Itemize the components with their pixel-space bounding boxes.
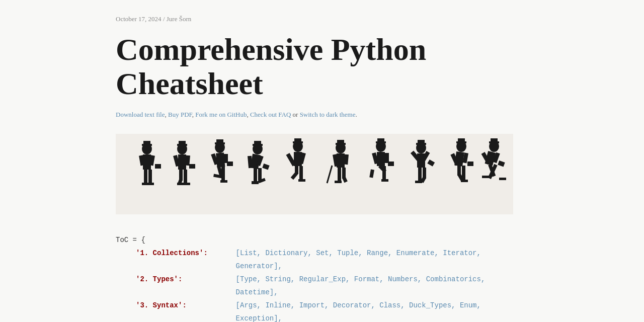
toc-key-3: '3. Syntax': <box>136 299 219 312</box>
svg-rect-42 <box>254 168 257 182</box>
ministry-image <box>116 134 513 214</box>
svg-rect-66 <box>335 181 342 183</box>
svg-rect-69 <box>377 138 384 142</box>
or-text: or <box>293 111 300 118</box>
svg-rect-23 <box>184 183 190 185</box>
pdf-link[interactable]: Buy PDF <box>168 111 192 118</box>
svg-rect-55 <box>298 179 305 182</box>
download-link[interactable]: Download text file <box>116 111 165 118</box>
svg-rect-0 <box>116 134 513 214</box>
svg-rect-3 <box>143 141 150 145</box>
svg-rect-43 <box>258 168 262 180</box>
svg-rect-11 <box>147 183 154 185</box>
meta-info: October 17, 2024 / Jure Šorn <box>116 15 528 23</box>
svg-rect-27 <box>216 153 225 168</box>
github-link[interactable]: Fork me on GitHub <box>195 111 247 118</box>
svg-rect-95 <box>467 162 473 166</box>
svg-rect-109 <box>482 176 490 178</box>
page-title: Comprehensive Python Cheatsheet <box>116 32 528 101</box>
svg-rect-15 <box>178 154 186 170</box>
toc-values-1: [List, Dictionary, Set, Tuple, Range, En… <box>236 247 528 273</box>
svg-rect-76 <box>382 166 386 180</box>
svg-rect-9 <box>148 170 152 184</box>
toc-entry-2: '2. Types': [Type, String, Regular_Exp, … <box>136 273 528 299</box>
toc-var: ToC = { <box>116 236 145 244</box>
toc-section: ToC = { '1. Collections': [List, Diction… <box>116 234 528 322</box>
svg-rect-99 <box>461 180 468 182</box>
svg-rect-18 <box>189 164 195 169</box>
meta-author: Jure Šorn <box>167 15 191 23</box>
svg-rect-102 <box>491 138 498 142</box>
svg-rect-37 <box>254 141 261 145</box>
svg-rect-85 <box>418 168 422 182</box>
svg-rect-91 <box>458 138 465 142</box>
toc-key-2: '2. Types': <box>136 273 219 286</box>
svg-rect-19 <box>179 170 183 181</box>
dark-theme-link[interactable]: Switch to dark theme <box>300 111 356 118</box>
svg-rect-8 <box>144 170 147 184</box>
faq-link[interactable]: Check out FAQ <box>250 111 291 118</box>
svg-rect-54 <box>299 166 303 180</box>
meta-date: October 17, 2024 <box>116 15 162 23</box>
svg-rect-86 <box>423 168 426 179</box>
svg-rect-14 <box>179 141 186 145</box>
svg-rect-48 <box>294 138 301 142</box>
svg-rect-88 <box>415 181 422 183</box>
svg-rect-63 <box>338 168 341 182</box>
svg-rect-45 <box>252 181 259 184</box>
svg-rect-22 <box>177 183 184 185</box>
svg-rect-110 <box>499 178 506 180</box>
links-line: Download text file, Buy PDF, Fork me on … <box>116 111 528 119</box>
toc-entries: '1. Collections': [List, Dictionary, Set… <box>116 247 528 322</box>
toc-entry-1: '1. Collections': [List, Dictionary, Set… <box>136 247 528 273</box>
svg-rect-4 <box>143 154 151 170</box>
svg-rect-80 <box>418 140 425 144</box>
svg-rect-33 <box>221 166 225 181</box>
toc-entry-3: '3. Syntax': [Args, Inline, Import, Deco… <box>136 299 528 322</box>
svg-rect-98 <box>462 166 465 181</box>
toc-key-1: '1. Collections': <box>136 247 219 260</box>
toc-values-3: [Args, Inline, Import, Decorator, Class,… <box>236 299 528 322</box>
svg-rect-26 <box>216 139 223 143</box>
svg-rect-7 <box>155 164 161 169</box>
svg-rect-21 <box>184 170 187 184</box>
toc-header: ToC = { <box>116 234 528 247</box>
svg-rect-70 <box>377 152 385 166</box>
meta-separator: / <box>163 15 167 23</box>
svg-rect-73 <box>388 162 394 166</box>
svg-rect-30 <box>227 162 233 166</box>
svg-rect-58 <box>337 140 344 144</box>
toc-values-2: [Type, String, Regular_Exp, Format, Numb… <box>236 273 528 299</box>
svg-rect-34 <box>220 180 227 183</box>
svg-rect-77 <box>381 179 388 182</box>
